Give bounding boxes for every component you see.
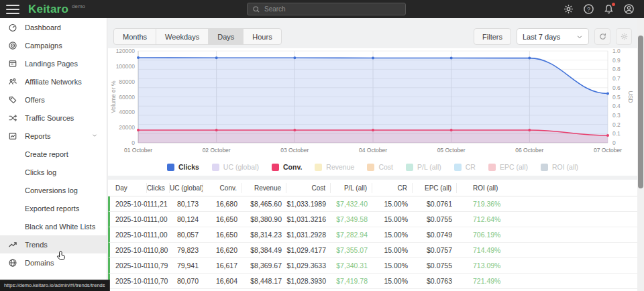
svg-text:05 October: 05 October <box>437 147 466 154</box>
hamburger-menu-icon[interactable] <box>6 5 19 14</box>
sidebar-item-black-and-white-lists[interactable]: Black and White Lists <box>0 217 107 235</box>
table-row[interactable]: 2025-10-05110,7979,94116,617$8,369.67$1,… <box>108 258 637 274</box>
gear-icon <box>620 32 629 41</box>
svg-text:0: 0 <box>612 139 616 146</box>
sidebar-item-conversions-log[interactable]: Conversions log <box>0 181 107 199</box>
cell-roi-all-: 713.09% <box>457 261 637 270</box>
sidebar-item-domains[interactable]: Domains <box>0 253 107 272</box>
traffic-icon <box>8 113 17 123</box>
column-header-epc-all-[interactable]: EPC (all) <box>413 183 457 193</box>
svg-text:04 October: 04 October <box>359 147 387 154</box>
account-button[interactable] <box>623 3 635 15</box>
cell-clicks: 111,00 <box>147 215 170 223</box>
cell-cr: 15.00% <box>372 200 413 208</box>
filters-button[interactable]: Filters <box>474 28 511 45</box>
date-range-select[interactable]: Last 7 days <box>517 28 589 45</box>
refresh-button[interactable] <box>594 28 610 45</box>
legend-item-roi-all-[interactable]: ROI (all) <box>541 163 578 171</box>
table-row[interactable]: 2025-10-02111,0080,12416,650$8,380.90$1,… <box>108 212 637 227</box>
sidebar-item-exported-reports[interactable]: Exported reports <box>0 199 107 217</box>
cell-day: 2025-10-04 <box>110 246 147 254</box>
column-header-conv-[interactable]: Conv. <box>203 183 242 193</box>
svg-text:0.7: 0.7 <box>612 75 621 82</box>
svg-text:Volume or %: Volume or % <box>110 80 117 113</box>
column-header-p-l-all-[interactable]: P/L (all) <box>331 183 372 193</box>
table-row[interactable]: 2025-10-01111,2180,17316,680$8,465.60$1,… <box>108 196 637 212</box>
chart-settings-button[interactable] <box>616 28 632 45</box>
sidebar-item-dashboard[interactable]: Dashboard <box>0 18 107 36</box>
cell-roi-all-: 706.19% <box>457 231 637 239</box>
search-icon <box>252 5 260 13</box>
column-header-clicks[interactable]: Clicks <box>147 183 170 193</box>
sidebar-item-affiliate-networks[interactable]: Affiliate Networks <box>0 72 107 91</box>
table-row[interactable]: 2025-10-03111,0080,05716,650$8,314.23$1,… <box>108 227 637 243</box>
cell-epc-all-: $0.0749 <box>413 231 457 239</box>
cell-cost: $1,033.1989 <box>286 200 331 208</box>
table-row[interactable]: 2025-10-04110,8079,82316,620$8,384.49$1,… <box>108 243 637 258</box>
search-input[interactable] <box>264 5 392 13</box>
sidebar-item-trends[interactable]: Trends <box>0 235 107 253</box>
cell-roi-all-: 712.64% <box>457 215 637 223</box>
notifications-button[interactable] <box>603 3 614 15</box>
help-button[interactable]: ? <box>583 3 594 15</box>
scrollbar-thumb[interactable] <box>638 36 643 188</box>
legend-item-cr[interactable]: CR <box>454 163 476 171</box>
tab-hours[interactable]: Hours <box>244 29 280 44</box>
app-window: Keitaro demo ? DashboardCampaignsLanding… <box>0 0 644 291</box>
tab-days[interactable]: Days <box>209 29 244 44</box>
sidebar-item-landings-pages[interactable]: Landings Pages <box>0 54 107 72</box>
sidebar-item-create-report[interactable]: Create report <box>0 145 107 163</box>
sidebar: DashboardCampaignsLandings PagesAffiliat… <box>0 18 107 291</box>
legend-item-clicks[interactable]: Clicks <box>167 163 199 171</box>
column-header-uc-global-[interactable]: UC (global) <box>170 183 203 193</box>
legend-label: Cost <box>378 163 393 171</box>
column-header-cr[interactable]: CR <box>372 183 413 193</box>
cell-p-l-all-: $7,419.78 <box>331 277 372 285</box>
sidebar-item-traffic-sources[interactable]: Traffic Sources <box>0 109 107 127</box>
trends-icon <box>8 240 17 249</box>
legend-label: CR <box>466 163 476 171</box>
global-search[interactable] <box>247 3 406 15</box>
legend-swatch <box>315 164 322 171</box>
cell-day: 2025-10-02 <box>110 215 147 223</box>
tab-months[interactable]: Months <box>114 29 156 44</box>
svg-text:100000: 100000 <box>116 63 136 70</box>
svg-text:0.1: 0.1 <box>612 130 621 137</box>
cell-uc-global-: 79,823 <box>170 246 203 254</box>
cell-epc-all-: $0.0761 <box>413 200 457 208</box>
link-preview-statusbar: https://demo.keitaro.io/admin/#!/trends/… <box>0 280 110 291</box>
chevron-down-icon <box>576 34 583 40</box>
cell-clicks: 110,79 <box>147 261 170 270</box>
trends-line-chart[interactable]: 02000040000600008000010000012000000.10.2… <box>108 48 637 161</box>
cell-conv-: 16,650 <box>203 215 242 223</box>
table-row[interactable]: 2025-10-06110,7080,07016,604$8,448.17$1,… <box>108 274 637 289</box>
legend-item-conv-[interactable]: Conv. <box>272 163 302 171</box>
cell-epc-all-: $0.0755 <box>413 261 457 270</box>
settings-button[interactable] <box>563 3 574 15</box>
column-header-revenue[interactable]: Revenue <box>242 183 286 193</box>
legend-item-revenue[interactable]: Revenue <box>315 163 354 171</box>
legend-item-epc-all-[interactable]: EPC (all) <box>488 163 528 171</box>
legend-swatch <box>212 164 219 171</box>
legend-swatch <box>167 164 174 171</box>
legend-item-cost[interactable]: Cost <box>367 163 393 171</box>
page-scrollbar[interactable] <box>637 18 644 291</box>
trends-table-card: DayClicksUC (global)Conv.RevenueCostP/L … <box>108 180 637 291</box>
cell-roi-all-: 714.49% <box>457 246 637 254</box>
cell-revenue: $8,448.17 <box>242 277 286 285</box>
top-bar: Keitaro demo ? <box>0 0 644 18</box>
sidebar-item-offers[interactable]: Offers <box>0 91 107 109</box>
sidebar-item-clicks-log[interactable]: Clicks log <box>0 163 107 181</box>
column-header-cost[interactable]: Cost <box>286 183 331 193</box>
sidebar-item-reports[interactable]: Reports <box>0 127 107 145</box>
column-header-day[interactable]: Day <box>110 183 147 193</box>
topbar-actions: ? <box>563 0 635 18</box>
legend-item-p-l-all-[interactable]: P/L (all) <box>406 163 441 171</box>
legend-item-uc-global-[interactable]: UC (global) <box>212 163 259 171</box>
tab-weekdays[interactable]: Weekdays <box>156 29 209 44</box>
sidebar-item-campaigns[interactable]: Campaigns <box>0 36 107 54</box>
legend-swatch <box>406 164 413 171</box>
column-header-roi-all-[interactable]: ROI (all) <box>457 183 637 193</box>
campaigns-icon <box>8 41 17 50</box>
notification-dot <box>612 3 615 6</box>
